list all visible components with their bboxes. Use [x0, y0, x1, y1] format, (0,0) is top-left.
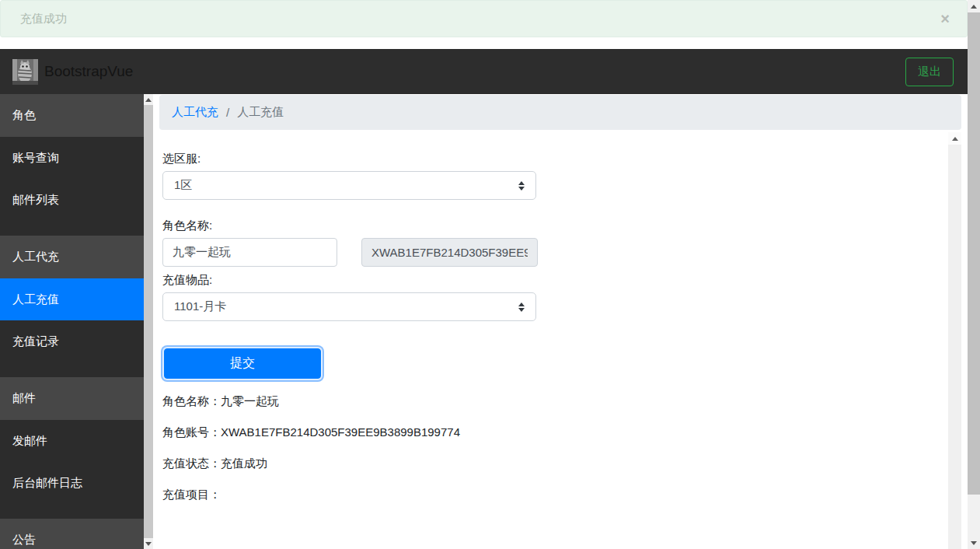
recharge-item-select-value: 1101-月卡	[174, 299, 518, 314]
recharge-item-select[interactable]: 1101-月卡	[162, 292, 536, 321]
server-select-label: 选区服:	[162, 152, 948, 166]
breadcrumb-link-manual-recharge[interactable]: 人工代充	[172, 105, 218, 120]
toast-success: 充值成功 ×	[0, 0, 968, 37]
submit-button[interactable]: 提交	[164, 348, 321, 379]
brand[interactable]: BootstrapVue	[12, 59, 133, 85]
breadcrumb-current: 人工充值	[237, 105, 284, 120]
sidebar-header-role[interactable]: 角色	[0, 94, 144, 137]
page: 充值成功 ×	[0, 0, 980, 549]
body-row: 角色 账号查询 邮件列表 人工代充 人工充值 充值记录 邮件 发邮件 后台邮件日…	[0, 94, 968, 549]
scroll-up-icon[interactable]	[144, 94, 153, 105]
sidebar-item-send-mail[interactable]: 发邮件	[0, 420, 144, 462]
top-navbar: BootstrapVue 退出	[0, 49, 968, 94]
breadcrumb: 人工代充 / 人工充值	[159, 95, 961, 130]
server-select[interactable]: 1区	[162, 171, 536, 200]
sidebar-item-manual-recharge[interactable]: 人工充值	[0, 278, 144, 320]
logout-button[interactable]: 退出	[905, 58, 954, 86]
cat-logo-image	[12, 59, 38, 85]
toast-message: 充值成功	[20, 12, 940, 26]
sidebar-header-mail[interactable]: 邮件	[0, 377, 144, 420]
content-scrollbar[interactable]	[948, 132, 961, 549]
main-content: 人工代充 / 人工充值 选区服: 1区 角色名称:	[153, 94, 968, 549]
sidebar-scrollbar[interactable]	[144, 94, 153, 549]
sidebar-group-announcement: 公告	[0, 519, 144, 549]
app-column: 充值成功 ×	[0, 0, 968, 549]
recharge-form: 选区服: 1区 角色名称: 充值物品:	[159, 132, 948, 549]
up-down-arrows-icon	[518, 181, 525, 191]
sidebar-nav: 角色 账号查询 邮件列表 人工代充 人工充值 充值记录 邮件 发邮件 后台邮件日…	[0, 94, 144, 549]
character-name-label: 角色名称:	[162, 219, 948, 233]
scroll-up-icon[interactable]	[968, 0, 980, 12]
content-scroll-area: 选区服: 1区 角色名称: 充值物品:	[159, 132, 961, 549]
page-scrollbar[interactable]	[968, 0, 980, 549]
content-scrollbar-thumb[interactable]	[948, 145, 961, 549]
brand-title: BootstrapVue	[44, 63, 133, 80]
page-scrollbar-thumb[interactable]	[968, 12, 980, 495]
sidebar-group-role: 角色 账号查询 邮件列表	[0, 94, 144, 236]
sidebar-header-manual-recharge[interactable]: 人工代充	[0, 236, 144, 278]
toast-gap	[0, 37, 968, 49]
breadcrumb-separator: /	[218, 106, 237, 119]
server-select-value: 1区	[174, 178, 518, 193]
scroll-down-icon[interactable]	[144, 538, 153, 549]
sidebar-item-mail-list[interactable]: 邮件列表	[0, 179, 144, 221]
account-id-input	[361, 238, 538, 267]
scroll-up-icon[interactable]	[949, 132, 961, 145]
sidebar-scrollbar-thumb[interactable]	[144, 105, 153, 538]
result-character-name: 角色名称：九零一起玩	[162, 394, 948, 407]
result-account-id: 角色账号：XWAB1E7FB214D305F39EE9B3899B199774	[162, 425, 948, 439]
result-recharge-item: 充值项目：	[162, 488, 948, 501]
result-recharge-status: 充值状态：充值成功	[162, 456, 948, 470]
sidebar-group-manual-recharge: 人工代充 人工充值 充值记录	[0, 236, 144, 377]
sidebar-item-backend-mail-log[interactable]: 后台邮件日志	[0, 462, 144, 504]
result-block: 角色名称：九零一起玩 角色账号：XWAB1E7FB214D305F39EE9B3…	[162, 394, 948, 501]
close-icon[interactable]: ×	[940, 11, 950, 26]
sidebar-item-account-query[interactable]: 账号查询	[0, 137, 144, 179]
character-name-row	[162, 238, 948, 267]
sidebar-header-announcement[interactable]: 公告	[0, 519, 144, 549]
sidebar-group-mail: 邮件 发邮件 后台邮件日志	[0, 377, 144, 519]
scroll-down-icon[interactable]	[968, 537, 980, 549]
character-name-input[interactable]	[162, 238, 337, 267]
recharge-item-label: 充值物品:	[162, 273, 948, 288]
sidebar-item-recharge-records[interactable]: 充值记录	[0, 320, 144, 362]
up-down-arrows-icon	[518, 302, 525, 312]
